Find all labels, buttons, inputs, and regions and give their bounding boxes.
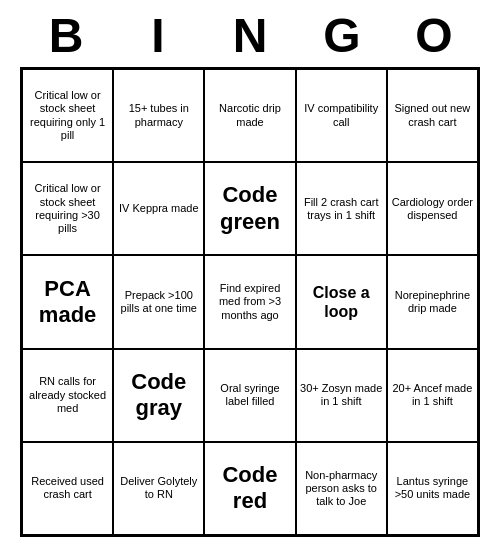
- bingo-title: B I N G O: [20, 0, 480, 67]
- bingo-cell-0[interactable]: Critical low or stock sheet requiring on…: [22, 69, 113, 162]
- bingo-cell-6[interactable]: IV Keppra made: [113, 162, 204, 255]
- bingo-cell-4[interactable]: Signed out new crash cart: [387, 69, 478, 162]
- bingo-cell-12[interactable]: Find expired med from >3 months ago: [204, 255, 295, 348]
- bingo-cell-11[interactable]: Prepack >100 pills at one time: [113, 255, 204, 348]
- title-o: O: [394, 8, 474, 63]
- bingo-cell-5[interactable]: Critical low or stock sheet requiring >3…: [22, 162, 113, 255]
- bingo-cell-20[interactable]: Received used crash cart: [22, 442, 113, 535]
- bingo-cell-17[interactable]: Oral syringe label filled: [204, 349, 295, 442]
- bingo-cell-14[interactable]: Norepinephrine drip made: [387, 255, 478, 348]
- bingo-cell-23[interactable]: Non-pharmacy person asks to talk to Joe: [296, 442, 387, 535]
- bingo-cell-24[interactable]: Lantus syringe >50 units made: [387, 442, 478, 535]
- bingo-cell-19[interactable]: 20+ Ancef made in 1 shift: [387, 349, 478, 442]
- bingo-cell-3[interactable]: IV compatibility call: [296, 69, 387, 162]
- bingo-cell-16[interactable]: Code gray: [113, 349, 204, 442]
- bingo-cell-1[interactable]: 15+ tubes in pharmacy: [113, 69, 204, 162]
- bingo-cell-8[interactable]: Fill 2 crash cart trays in 1 shift: [296, 162, 387, 255]
- bingo-cell-15[interactable]: RN calls for already stocked med: [22, 349, 113, 442]
- title-g: G: [302, 8, 382, 63]
- bingo-cell-10[interactable]: PCA made: [22, 255, 113, 348]
- bingo-cell-9[interactable]: Cardiology order dispensed: [387, 162, 478, 255]
- bingo-grid: Critical low or stock sheet requiring on…: [20, 67, 480, 537]
- bingo-cell-21[interactable]: Deliver Golytely to RN: [113, 442, 204, 535]
- title-b: B: [26, 8, 106, 63]
- bingo-cell-13[interactable]: Close a loop: [296, 255, 387, 348]
- title-i: I: [118, 8, 198, 63]
- bingo-cell-18[interactable]: 30+ Zosyn made in 1 shift: [296, 349, 387, 442]
- bingo-cell-7[interactable]: Code green: [204, 162, 295, 255]
- bingo-cell-22[interactable]: Code red: [204, 442, 295, 535]
- bingo-cell-2[interactable]: Narcotic drip made: [204, 69, 295, 162]
- title-n: N: [210, 8, 290, 63]
